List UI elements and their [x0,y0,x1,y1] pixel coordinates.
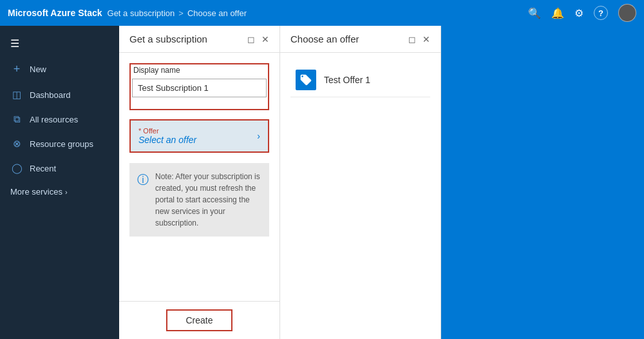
breadcrumb-step2: Choose an offer [187,8,247,18]
sidebar: ☰ + New ◫ Dashboard ⧉ All resources ⊗ Re… [0,26,119,339]
panel-header: Get a subscription ◻ ✕ [119,26,279,53]
panel-footer: Create [119,301,279,339]
topbar-brand: Microsoft Azure Stack [8,8,102,18]
panel-title: Get a subscription [129,34,207,44]
breadcrumb-step1: Get a subscription [108,8,175,18]
display-name-label: Display name [132,66,267,76]
resource-groups-icon: ⊗ [10,138,23,150]
sidebar-item-all-resources[interactable]: ⧉ All resources [0,107,119,131]
all-resources-icon: ⧉ [10,113,23,125]
sidebar-label-new: New [30,64,46,74]
sidebar-item-new[interactable]: + New [0,56,119,82]
breadcrumb: Get a subscription > Choose an offer [108,8,247,18]
offer-panel-header: Choose an offer ◻ ✕ [280,26,440,53]
more-services-label: More services [10,187,62,197]
offer-close-icon[interactable]: ✕ [422,34,430,44]
offer-panel-actions: ◻ ✕ [408,34,430,44]
offer-selector-inner: Offer Select an offer [138,127,196,145]
sidebar-label-resource-groups: Resource groups [30,139,93,149]
info-box: ⓘ Note: After your subscription is creat… [129,163,269,237]
content-area: Get a subscription ◻ ✕ Display name [119,26,644,339]
blue-background [441,26,644,339]
offer-list: Test Offer 1 [280,53,440,339]
offer-placeholder: Select an offer [138,135,196,145]
avatar[interactable] [618,4,636,22]
settings-icon[interactable]: ⚙ [574,7,583,19]
offer-selector[interactable]: Offer Select an offer › [129,119,269,153]
topbar-right: 🔍 🔔 ⚙ ? [528,4,636,22]
topbar-left: Microsoft Azure Stack Get a subscription… [8,8,247,18]
new-icon: + [10,63,23,76]
info-icon: ⓘ [137,172,149,188]
offer-item-name: Test Offer 1 [324,75,370,85]
topbar: Microsoft Azure Stack Get a subscription… [0,0,644,26]
sidebar-label-dashboard: Dashboard [30,90,71,100]
recent-icon: ◯ [10,162,23,174]
notifications-icon[interactable]: 🔔 [551,7,564,19]
panel-actions: ◻ ✕ [247,34,269,44]
help-icon[interactable]: ? [594,6,608,20]
display-name-group: Display name [132,66,267,97]
sidebar-hamburger[interactable]: ☰ [0,31,119,56]
sidebar-item-dashboard[interactable]: ◫ Dashboard [0,82,119,107]
offer-item-icon [296,70,316,90]
close-icon[interactable]: ✕ [261,34,269,44]
info-text: Note: After your subscription is created… [155,171,261,229]
sidebar-item-recent[interactable]: ◯ Recent [0,156,119,180]
offer-panel-title: Choose an offer [290,34,359,44]
offer-label: Offer [138,127,196,135]
main-layout: ☰ + New ◫ Dashboard ⧉ All resources ⊗ Re… [0,26,644,339]
display-name-wrapper: Display name [129,63,269,110]
sidebar-label-all-resources: All resources [30,115,78,124]
panel-body: Display name Offer Select an offer › ⓘ N… [119,53,279,301]
choose-offer-panel: Choose an offer ◻ ✕ Test Offer 1 [280,26,441,339]
offer-minimize-icon[interactable]: ◻ [408,34,416,44]
search-icon[interactable]: 🔍 [528,7,541,19]
sidebar-item-resource-groups[interactable]: ⊗ Resource groups [0,131,119,156]
breadcrumb-separator: > [178,8,184,18]
offer-item-test-offer-1[interactable]: Test Offer 1 [290,63,430,97]
dashboard-icon: ◫ [10,89,23,101]
display-name-input[interactable] [132,79,267,97]
create-button[interactable]: Create [166,309,232,331]
minimize-icon[interactable]: ◻ [247,34,255,44]
sidebar-label-recent: Recent [30,164,56,173]
sidebar-more-services[interactable]: More services › [0,180,119,203]
offer-chevron-icon: › [257,131,260,141]
get-subscription-panel: Get a subscription ◻ ✕ Display name [119,26,280,339]
more-services-chevron: › [65,188,68,196]
